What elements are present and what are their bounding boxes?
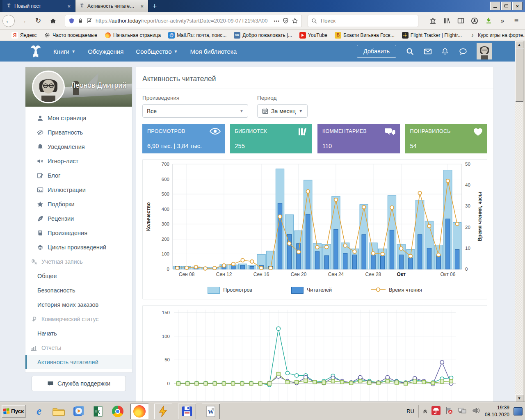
network-icon[interactable] bbox=[458, 406, 468, 416]
search-bar[interactable] bbox=[308, 15, 418, 27]
nav-link[interactable]: Моя библиотека bbox=[190, 48, 237, 55]
show-desktop-button[interactable] bbox=[514, 407, 523, 415]
tracking-protection-shield-icon[interactable] bbox=[68, 18, 75, 24]
language-indicator[interactable]: RU bbox=[406, 408, 414, 414]
page-scrollbar[interactable]: ▲ ▼ bbox=[515, 41, 523, 402]
legend-item[interactable]: Время чтения bbox=[371, 287, 422, 293]
works-select[interactable]: Все ▼ bbox=[142, 104, 248, 118]
firefox-icon[interactable] bbox=[130, 404, 148, 419]
reload-button[interactable]: ↻ bbox=[32, 15, 44, 27]
excel-icon[interactable]: X≡ bbox=[91, 404, 105, 418]
bookmark-label: Яндекс bbox=[20, 32, 37, 38]
sidebar-item[interactable]: Начать bbox=[25, 326, 132, 340]
bookmark-item[interactable]: YouTube bbox=[299, 32, 327, 39]
profile-avatar[interactable] bbox=[32, 71, 65, 103]
page-actions-icon[interactable]: ••• bbox=[274, 18, 280, 23]
browser-tab[interactable]: Активность читателей× bbox=[75, 0, 148, 12]
sidebar-item[interactable]: Общее bbox=[25, 269, 132, 283]
sidebar-item[interactable]: Уведомления bbox=[25, 139, 132, 154]
bookmark-item[interactable]: VKДобро пожаловать |... bbox=[234, 32, 292, 39]
stat-card[interactable]: ПОНРАВИЛОСЬ54 bbox=[405, 124, 488, 153]
messages-envelope-icon[interactable] bbox=[424, 48, 431, 55]
sidebar-item[interactable]: Подборки bbox=[25, 197, 132, 211]
svg-text:50: 50 bbox=[164, 357, 170, 362]
window-close-button[interactable]: × bbox=[512, 2, 523, 10]
ie-icon[interactable]: e bbox=[32, 404, 46, 418]
user-avatar[interactable] bbox=[477, 43, 492, 59]
bookmark-item[interactable]: Flight Tracker | Flightr... bbox=[402, 32, 462, 39]
bookmark-item[interactable]: @Mail.Ru: почта, поис... bbox=[168, 32, 226, 39]
bookmark-item[interactable]: ♪Курс игры на форте... bbox=[469, 32, 525, 39]
word-icon[interactable]: W bbox=[202, 404, 220, 419]
back-button[interactable]: ← bbox=[2, 15, 15, 27]
bookmark-item[interactable]: ЯЯндекс bbox=[11, 32, 37, 39]
support-button[interactable]: Служба поддержки bbox=[32, 376, 126, 391]
home-button[interactable] bbox=[47, 15, 59, 27]
sidebar-item[interactable]: Блог bbox=[25, 168, 132, 183]
overflow-chevron-icon[interactable]: » bbox=[499, 17, 506, 25]
chat-bubble-icon[interactable] bbox=[459, 48, 467, 55]
notifications-bell-icon[interactable] bbox=[441, 48, 449, 55]
forward-button[interactable]: → bbox=[17, 15, 30, 27]
sidebar-item[interactable]: История моих заказов bbox=[25, 297, 132, 312]
stat-card[interactable]: БИБЛИОТЕК255 bbox=[230, 124, 313, 153]
bookmark-item[interactable]: ББхакти Вигьяна Госв... bbox=[335, 32, 395, 39]
taskbar: Пуск eX≡W RU 19:39 08.10.2020 bbox=[0, 402, 525, 420]
tab-close-icon[interactable]: × bbox=[139, 3, 145, 9]
scroll-up-button[interactable]: ▲ bbox=[515, 41, 523, 48]
security-alert-flag-icon[interactable] bbox=[445, 406, 454, 416]
winamp-icon[interactable] bbox=[154, 404, 172, 419]
avira-antivirus-icon[interactable] bbox=[431, 406, 441, 417]
nav-link[interactable]: Книги▼ bbox=[53, 48, 75, 55]
add-button[interactable]: Добавить bbox=[357, 45, 396, 58]
sidebar-item[interactable]: Приватность bbox=[25, 125, 132, 139]
author-today-logo-icon[interactable] bbox=[26, 43, 45, 60]
legend-item[interactable]: Читателей bbox=[291, 287, 332, 294]
sidebar-item-active[interactable]: Активность читателей bbox=[25, 355, 132, 369]
period-button[interactable]: За месяц ▼ bbox=[257, 104, 308, 118]
browser-tab[interactable]: Новый пост× bbox=[2, 0, 75, 12]
scroll-down-button[interactable]: ▼ bbox=[515, 395, 523, 402]
bookmark-item[interactable]: Начальная страница bbox=[105, 32, 161, 39]
scrollbar-thumb[interactable] bbox=[515, 48, 523, 102]
permissions-icon[interactable] bbox=[86, 18, 93, 24]
account-icon[interactable] bbox=[471, 17, 478, 25]
tab-close-icon[interactable]: × bbox=[66, 3, 72, 9]
nav-link[interactable]: Сообщество▼ bbox=[136, 48, 178, 55]
profile-name[interactable]: Леонов Дмитрий bbox=[71, 81, 126, 90]
bookmarks-menu-icon[interactable] bbox=[429, 17, 436, 25]
library-icon[interactable] bbox=[443, 17, 450, 25]
media-player-icon[interactable] bbox=[71, 404, 85, 418]
volume-icon[interactable] bbox=[472, 406, 481, 416]
sidebar-item[interactable]: Рецензии bbox=[25, 211, 132, 226]
floppy-icon[interactable] bbox=[178, 404, 196, 419]
site-search-icon[interactable] bbox=[406, 48, 414, 55]
menu-hamburger-icon[interactable]: ≡ bbox=[513, 17, 520, 25]
new-tab-button[interactable]: + bbox=[148, 0, 161, 12]
bookmark-item[interactable]: Часто посещаемые bbox=[44, 32, 97, 39]
sidebar-item[interactable]: Циклы произведений bbox=[25, 240, 132, 254]
legend-item[interactable]: Просмотров bbox=[208, 287, 252, 294]
nav-link[interactable]: Обсуждения bbox=[88, 48, 123, 55]
sidebar-item[interactable]: Произведения bbox=[25, 226, 132, 240]
hidden-icons-chevron-icon[interactable] bbox=[423, 408, 427, 415]
search-input[interactable] bbox=[320, 17, 402, 24]
url-bar[interactable]: https://author.today/report/user-activit… bbox=[65, 15, 302, 27]
folder-icon[interactable] bbox=[52, 404, 66, 418]
bookmark-star-icon[interactable] bbox=[292, 18, 298, 24]
start-button[interactable]: Пуск bbox=[2, 405, 25, 418]
chrome-icon[interactable] bbox=[111, 404, 125, 418]
stat-card[interactable]: КОММЕНТАРИЕВ110 bbox=[317, 124, 400, 153]
taskbar-clock[interactable]: 19:39 08.10.2020 bbox=[485, 404, 509, 418]
sidebars-icon[interactable] bbox=[457, 17, 464, 25]
download-icon[interactable] bbox=[485, 17, 492, 25]
shield-check-icon[interactable] bbox=[283, 18, 289, 24]
sidebar-item[interactable]: Игнор-лист bbox=[25, 154, 132, 168]
sidebar-item[interactable]: Моя страница bbox=[25, 111, 132, 125]
sidebar-item[interactable]: Иллюстрации bbox=[25, 183, 132, 197]
sidebar-item[interactable]: Безопасность bbox=[25, 283, 132, 297]
window-minimize-button[interactable] bbox=[490, 2, 500, 10]
window-restore-button[interactable] bbox=[501, 2, 511, 10]
stat-card[interactable]: ПРОСМОТРОВ6,90 тыс. | 3,84 тыс. bbox=[142, 124, 225, 153]
stat-value: 255 bbox=[235, 143, 245, 149]
